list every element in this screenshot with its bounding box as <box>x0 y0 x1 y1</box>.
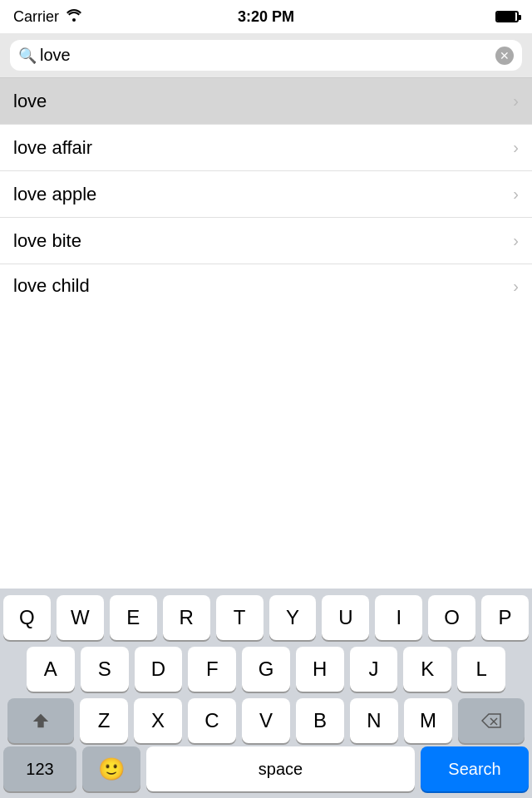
key-row-3: Z X C V B N M <box>3 698 529 743</box>
status-right <box>495 11 519 22</box>
space-label: space <box>259 760 303 779</box>
key-p[interactable]: P <box>481 595 529 640</box>
result-text: love child <box>13 275 90 297</box>
chevron-right-icon: › <box>513 231 519 250</box>
key-f[interactable]: F <box>188 647 236 692</box>
search-clear-button[interactable]: ✕ <box>495 47 514 65</box>
list-item[interactable]: love child › <box>0 264 532 308</box>
keyboard: Q W E R T Y U I O P A S D F G H J K L <box>0 589 532 798</box>
list-item[interactable]: love bite › <box>0 218 532 264</box>
key-a[interactable]: A <box>27 647 75 692</box>
search-input-wrapper: 🔍 ✕ <box>10 40 522 71</box>
emoji-icon: 🙂 <box>98 756 125 782</box>
list-item[interactable]: love affair › <box>0 125 532 171</box>
key-t[interactable]: T <box>216 595 264 640</box>
search-input[interactable] <box>10 40 522 71</box>
key-h[interactable]: H <box>296 647 344 692</box>
key-y[interactable]: Y <box>269 595 317 640</box>
keyboard-bottom-row: 123 🙂 space Search <box>0 746 532 798</box>
chevron-right-icon: › <box>513 277 519 296</box>
list-item[interactable]: love apple › <box>0 171 532 218</box>
status-bar: Carrier 3:20 PM <box>0 0 532 33</box>
key-r[interactable]: R <box>163 595 210 640</box>
chevron-right-icon: › <box>513 185 519 204</box>
key-q[interactable]: Q <box>3 595 51 640</box>
key-o[interactable]: O <box>428 595 475 640</box>
chevron-right-icon: › <box>513 91 519 111</box>
numbers-key[interactable]: 123 <box>3 746 76 791</box>
key-u[interactable]: U <box>322 595 369 640</box>
result-text: love bite <box>13 230 81 252</box>
key-d[interactable]: D <box>135 647 183 692</box>
key-b[interactable]: B <box>296 698 344 743</box>
key-i[interactable]: I <box>375 595 422 640</box>
search-bar: 🔍 ✕ <box>0 33 532 78</box>
key-g[interactable]: G <box>242 647 290 692</box>
search-icon: 🔍 <box>18 47 37 65</box>
search-key[interactable]: Search <box>421 746 529 791</box>
key-w[interactable]: W <box>57 595 104 640</box>
key-l[interactable]: L <box>457 647 505 692</box>
shift-key[interactable] <box>7 698 74 743</box>
key-m[interactable]: M <box>404 698 452 743</box>
key-row-1: Q W E R T Y U I O P <box>3 595 529 640</box>
list-item[interactable]: love › <box>0 78 532 125</box>
key-s[interactable]: S <box>81 647 129 692</box>
status-left: Carrier <box>13 8 82 26</box>
key-e[interactable]: E <box>110 595 157 640</box>
space-key[interactable]: space <box>146 746 415 791</box>
carrier-label: Carrier <box>13 8 59 26</box>
result-text: love <box>13 91 47 112</box>
backspace-key[interactable] <box>458 698 525 743</box>
key-n[interactable]: N <box>350 698 398 743</box>
result-text: love affair <box>13 137 92 159</box>
key-k[interactable]: K <box>403 647 451 692</box>
keyboard-rows: Q W E R T Y U I O P A S D F G H J K L <box>0 589 532 746</box>
clear-icon: ✕ <box>500 49 510 62</box>
search-key-label: Search <box>448 760 500 779</box>
key-z[interactable]: Z <box>80 698 128 743</box>
key-c[interactable]: C <box>188 698 236 743</box>
battery-icon <box>495 11 519 22</box>
wifi-icon <box>66 8 82 26</box>
emoji-key[interactable]: 🙂 <box>82 746 140 791</box>
status-time: 3:20 PM <box>238 8 294 26</box>
chevron-right-icon: › <box>513 138 519 157</box>
key-j[interactable]: J <box>350 647 398 692</box>
key-x[interactable]: X <box>134 698 182 743</box>
result-text: love apple <box>13 184 96 205</box>
key-row-2: A S D F G H J K L <box>3 647 529 692</box>
numbers-label: 123 <box>26 760 53 779</box>
results-list: love › love affair › love apple › love b… <box>0 78 532 308</box>
key-v[interactable]: V <box>242 698 290 743</box>
